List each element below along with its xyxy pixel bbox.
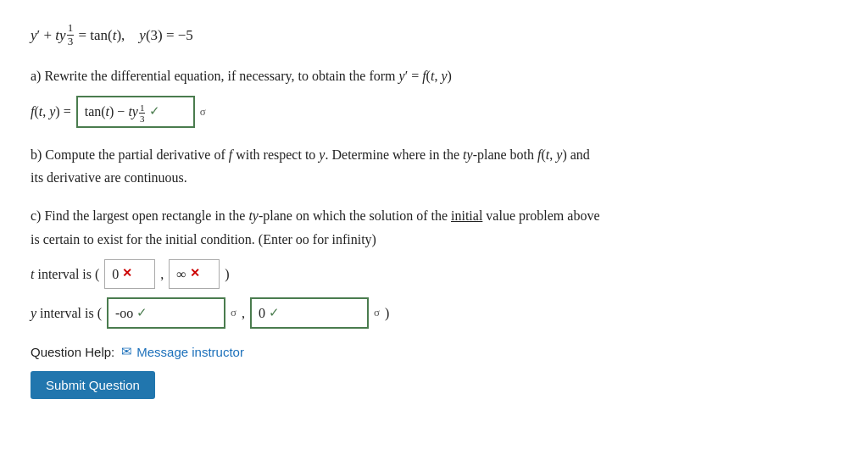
part-c-text: Find the largest open rectangle in the t… [31, 208, 600, 246]
y-interval-row: y interval is ( -oo ✓ σ , 0 ✓ σ ) [31, 297, 837, 329]
sigma-icon-a: σ [200, 103, 206, 121]
t-right-value: ∞ [176, 263, 186, 285]
comma-t: , [160, 263, 164, 285]
x-icon-t-left: ✕ [122, 263, 132, 284]
y-left-value: -oo [115, 302, 133, 324]
question-help-label: Question Help: [31, 345, 114, 359]
y-left-box[interactable]: -oo ✓ [107, 297, 225, 329]
message-instructor-label: Message instructor [136, 345, 244, 359]
sigma-icon-y-right: σ [374, 303, 380, 322]
y-close-paren: ) [385, 302, 389, 324]
part-a-label: a) [31, 69, 41, 83]
t-left-box[interactable]: 0 ✕ [104, 259, 155, 289]
y-interval-label: y interval is ( [31, 302, 102, 324]
answer-box-a: tan(t) − ty13 ✓ [76, 96, 195, 128]
part-b-label: b) [31, 147, 42, 162]
y-right-box[interactable]: 0 ✓ [250, 297, 369, 329]
check-icon-y-left: ✓ [136, 302, 147, 324]
question-help-row: Question Help: ✉ Message instructor [31, 344, 837, 359]
t-left-value: 0 [112, 263, 119, 285]
comma-y: , [242, 302, 245, 324]
main-equation: y′ + ty13 = tan(t), y(3) = −5 [31, 25, 193, 43]
x-icon-t-right: ✕ [190, 263, 200, 284]
check-icon-y-right: ✓ [269, 302, 280, 324]
t-right-box[interactable]: ∞ ✕ [169, 259, 220, 289]
submit-button[interactable]: Submit Question [31, 371, 155, 399]
t-interval-row: t interval is ( 0 ✕ , ∞ ✕ ) [31, 259, 837, 289]
part-a-text: Rewrite the differential equation, if ne… [44, 69, 451, 83]
check-icon-a: ✓ [149, 101, 160, 123]
y-right-value: 0 [259, 302, 265, 324]
message-instructor-link[interactable]: ✉ Message instructor [121, 344, 244, 359]
part-c: c) Find the largest open rectangle in th… [31, 204, 837, 329]
envelope-icon: ✉ [121, 344, 132, 359]
t-close-paren: ) [225, 263, 229, 285]
part-b: b) Compute the partial derivative of f w… [31, 143, 837, 189]
part-a: a) Rewrite the differential equation, if… [31, 64, 837, 128]
part-b-text: Compute the partial derivative of f with… [31, 147, 590, 185]
f-label: f(t, y) = [31, 100, 71, 123]
sigma-icon-y-left: σ [231, 303, 236, 322]
part-c-label: c) [31, 208, 41, 223]
answer-a-value: tan(t) − ty13 [85, 100, 147, 124]
t-interval-label: t interval is ( [31, 263, 99, 285]
problem-header: y′ + ty13 = tan(t), y(3) = −5 [31, 24, 837, 49]
